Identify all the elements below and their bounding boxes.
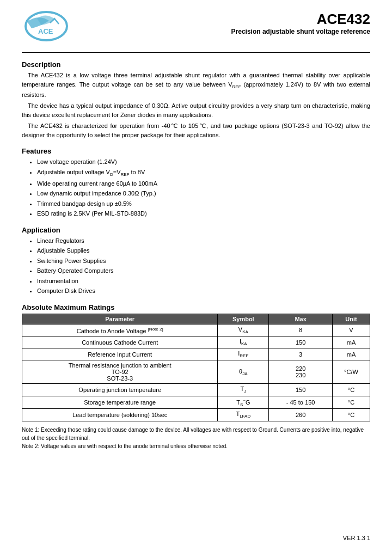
col-max: Max	[269, 314, 333, 324]
table-row: Thermal resistance junction to ambientTO…	[22, 360, 370, 384]
sym-tj: TJ	[218, 384, 269, 396]
unit-lead: °C	[332, 409, 370, 421]
svg-text:ACE: ACE	[38, 27, 53, 35]
max-storage: - 45 to 150	[269, 396, 333, 409]
table-row: Reference Input Current IREF 3 mA	[22, 348, 370, 360]
sym-tstg: TS~G	[218, 396, 269, 409]
app-item-2: Adjustable Supplies	[37, 246, 370, 255]
feature-item-1: Low voltage operation (1.24V)	[37, 157, 370, 167]
chip-subtitle: Precision adjustable shunt voltage refer…	[231, 28, 370, 35]
header-divider	[22, 52, 370, 53]
unit-thermal: °C/W	[332, 360, 370, 384]
max-thermal: 220230	[269, 360, 333, 384]
application-title: Application	[22, 226, 370, 234]
param-lead: Lead temperature (soldering) 10sec	[22, 409, 218, 421]
param-thermal: Thermal resistance junction to ambientTO…	[22, 360, 218, 384]
feature-item-4: Low dynamic output impedance 0.30Ω (Typ.…	[37, 189, 370, 198]
table-row: Lead temperature (soldering) 10sec TLFAD…	[22, 409, 370, 421]
unit-storage: °C	[332, 396, 370, 409]
feature-item-5: Trimmed bandgap design up ±0.5%	[37, 199, 370, 209]
table-row: Storage temperature range TS~G - 45 to 1…	[22, 396, 370, 409]
col-unit: Unit	[332, 314, 370, 324]
table-header-row: Parameter Symbol Max Unit	[22, 314, 370, 324]
table-row: Cathode to Anode Voltage [Note 2] VKA 8 …	[22, 324, 370, 336]
param-storage: Storage temperature range	[22, 396, 218, 409]
table-row: Continuous Cathode Current IKA 150 mA	[22, 336, 370, 348]
abs-max-section: Absolute Maximum Ratings Parameter Symbo…	[22, 303, 370, 421]
page-header: ACE ACE432 Precision adjustable shunt vo…	[22, 11, 370, 44]
note-1: Note 1: Exceeding those rating could cau…	[22, 426, 370, 442]
version-label: VER 1.3 1	[343, 535, 370, 541]
col-parameter: Parameter	[22, 314, 218, 324]
features-title: Features	[22, 147, 370, 155]
feature-item-3: Wide operating current range 60μA to 100…	[37, 179, 370, 188]
abs-max-table: Parameter Symbol Max Unit Cathode to Ano…	[22, 314, 370, 421]
max-vka: 8	[269, 324, 333, 336]
max-iref: 3	[269, 348, 333, 360]
footer-notes: Note 1: Exceeding those rating could cau…	[22, 426, 370, 450]
param-cathode-anode: Cathode to Anode Voltage [Note 2]	[22, 324, 218, 336]
app-item-5: Instrumentation	[37, 277, 370, 286]
app-item-1: Linear Regulators	[37, 236, 370, 246]
application-list: Linear Regulators Adjustable Supplies Sw…	[37, 236, 370, 296]
param-cathode-current: Continuous Cathode Current	[22, 336, 218, 348]
max-lead: 260	[269, 409, 333, 421]
sym-iref: IREF	[218, 348, 269, 360]
unit-iref: mA	[332, 348, 370, 360]
unit-ika: mA	[332, 336, 370, 348]
unit-tj: °C	[332, 384, 370, 396]
chip-title-area: ACE432 Precision adjustable shunt voltag…	[231, 11, 370, 35]
sym-vka: VKA	[218, 324, 269, 336]
table-row: Operating junction temperature TJ 150 °C	[22, 384, 370, 396]
app-item-3: Switching Power Supplies	[37, 256, 370, 266]
col-symbol: Symbol	[218, 314, 269, 324]
param-op-junc: Operating junction temperature	[22, 384, 218, 396]
unit-vka: V	[332, 324, 370, 336]
sym-tlead: TLFAD	[218, 409, 269, 421]
max-tj: 150	[269, 384, 333, 396]
note-2: Note 2: Voltage values are with respect …	[22, 442, 370, 450]
features-list: Low voltage operation (1.24V) Adjustable…	[37, 157, 370, 218]
max-ika: 150	[269, 336, 333, 348]
sym-ika: IKA	[218, 336, 269, 348]
app-item-6: Computer Disk Drives	[37, 286, 370, 296]
app-item-4: Battery Operated Computers	[37, 266, 370, 276]
desc-para-2: The device has a typical output impedanc…	[22, 101, 370, 119]
sym-theta: θJA	[218, 360, 269, 384]
param-ref-current: Reference Input Current	[22, 348, 218, 360]
abs-max-title: Absolute Maximum Ratings	[22, 303, 370, 311]
description-title: Description	[22, 60, 370, 69]
chip-name: ACE432	[231, 11, 370, 28]
desc-para-1: The ACE432 is a low voltage three termin…	[22, 71, 370, 99]
description-body: The ACE432 is a low voltage three termin…	[22, 71, 370, 139]
feature-item-2: Adjustable output voltage VD=VREF to 8V	[37, 168, 370, 178]
feature-item-6: ESD rating is 2.5KV (Per MIL-STD-883D)	[37, 209, 370, 218]
logo: ACE	[22, 11, 71, 44]
desc-para-3: The ACE432 is characterized for operatio…	[22, 121, 370, 139]
